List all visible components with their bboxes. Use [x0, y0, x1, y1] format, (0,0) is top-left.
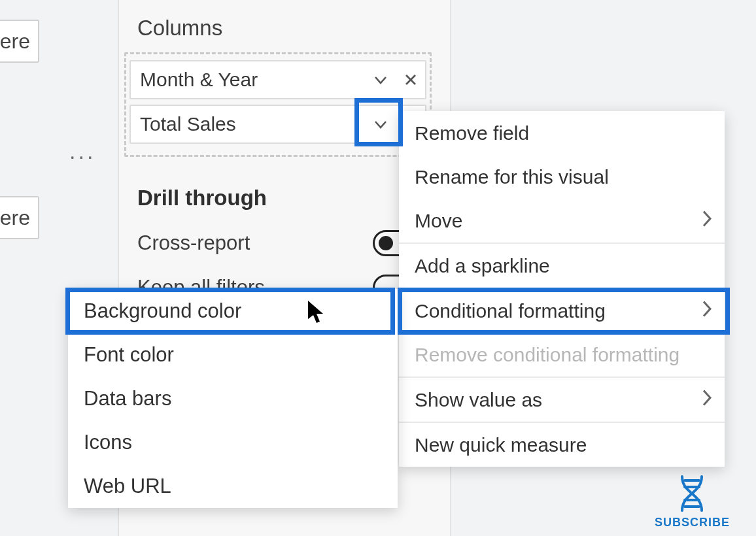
chevron-right-icon	[701, 388, 713, 412]
chevron-down-icon[interactable]	[365, 61, 396, 98]
menu-item-label: Icons	[84, 431, 132, 454]
chevron-down-icon[interactable]	[365, 106, 396, 142]
close-icon[interactable]	[396, 61, 425, 98]
subscribe-label: SUBSCRIBE	[655, 516, 730, 529]
field-context-menu: Remove field Rename for this visual Move…	[399, 111, 725, 467]
chevron-right-icon	[701, 209, 713, 233]
menu-item-move[interactable]: Move	[399, 199, 725, 243]
menu-item-rename[interactable]: Rename for this visual	[399, 155, 725, 199]
menu-item-label: Font color	[84, 343, 174, 367]
menu-item-label: Remove field	[415, 122, 529, 144]
menu-item-label: Web URL	[84, 475, 171, 498]
menu-item-label: Background color	[84, 299, 241, 323]
field-pill-total-sales[interactable]: Total Sales	[129, 105, 426, 144]
card-fragment-top: ere	[0, 20, 39, 63]
setting-cross-report-label: Cross-report	[137, 231, 250, 255]
submenu-item-icons[interactable]: Icons	[68, 420, 398, 464]
menu-item-label: Move	[415, 210, 462, 232]
menu-item-add-sparkline[interactable]: Add a sparkline	[399, 244, 725, 288]
menu-item-label: Add a sparkline	[415, 255, 550, 277]
menu-item-label: Show value as	[415, 389, 542, 411]
menu-item-remove-conditional-formatting: Remove conditional formatting	[399, 333, 725, 377]
menu-item-remove-field[interactable]: Remove field	[399, 111, 725, 155]
menu-item-conditional-formatting[interactable]: Conditional formatting	[399, 289, 725, 333]
submenu-item-data-bars[interactable]: Data bars	[68, 377, 398, 420]
menu-item-new-quick-measure[interactable]: New quick measure	[399, 423, 725, 467]
field-pill-month-year[interactable]: Month & Year	[129, 60, 426, 99]
submenu-item-web-url[interactable]: Web URL	[68, 464, 398, 508]
ellipsis-icon[interactable]: ...	[69, 139, 95, 164]
card-fragment-top-text: ere	[0, 29, 30, 54]
submenu-item-background-color[interactable]: Background color	[68, 289, 398, 333]
menu-item-label: New quick measure	[415, 434, 587, 456]
dna-icon	[676, 474, 708, 513]
menu-item-label: Remove conditional formatting	[415, 344, 679, 366]
menu-item-label: Conditional formatting	[415, 300, 606, 322]
toggle-knob	[379, 236, 393, 250]
menu-item-label: Data bars	[84, 387, 171, 410]
field-pill-label: Month & Year	[131, 69, 365, 91]
menu-item-show-value-as[interactable]: Show value as	[399, 378, 725, 422]
card-fragment-bottom-text: ere	[0, 206, 30, 230]
section-title-columns: Columns	[137, 16, 222, 41]
field-pill-label: Total Sales	[131, 113, 365, 135]
menu-item-label: Rename for this visual	[415, 166, 609, 188]
conditional-formatting-submenu: Background color Font color Data bars Ic…	[68, 289, 398, 508]
subscribe-badge[interactable]: SUBSCRIBE	[655, 474, 730, 529]
chevron-right-icon	[701, 299, 713, 323]
submenu-item-font-color[interactable]: Font color	[68, 333, 398, 377]
card-fragment-bottom: ere	[0, 196, 39, 239]
section-title-drill-through: Drill through	[137, 186, 267, 210]
